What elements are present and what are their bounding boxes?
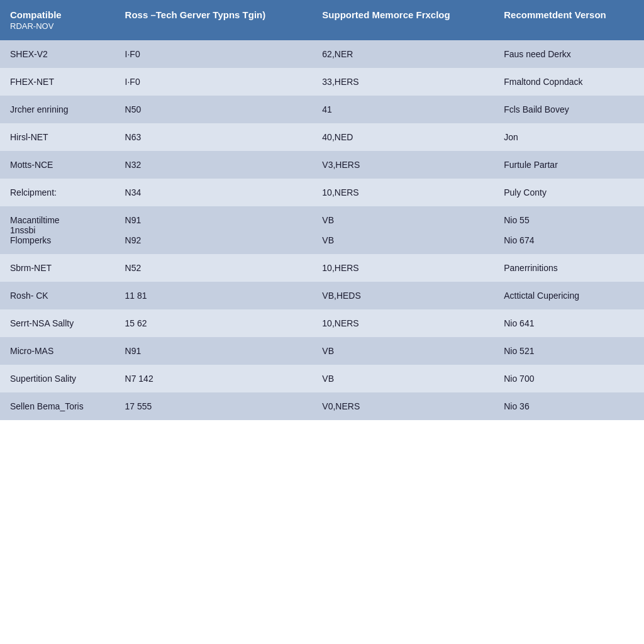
main-table-container: Compatible RDAR-NOV Ross –Tech Gerver Ty… (0, 0, 644, 420)
cell-compatible: Serrt-NSA Sallty (0, 309, 115, 337)
cell-compatible: Supertition Sality (0, 365, 115, 392)
cell-memory: VBVB (312, 206, 494, 254)
cell-memory: V3,HERS (312, 151, 494, 179)
cell-compatible: Hirsl-NET (0, 123, 115, 151)
table-row: SHEX-V2I·F062,NERFaus need Derkx (0, 40, 644, 68)
cell-server: N34 (115, 179, 313, 206)
cell-compatible: Jrcher enrining (0, 96, 115, 123)
table-row: Hirsl-NETN6340,NEDJon (0, 123, 644, 151)
table-row: Motts-NCEN32V3,HERSFurtule Partar (0, 151, 644, 179)
table-row: Macantiltime1nssbiFlomperksN91N92VBVBNio… (0, 206, 644, 254)
cell-recommended: Nio 700 (494, 365, 644, 392)
cell-server: N91 (115, 337, 313, 365)
table-body: SHEX-V2I·F062,NERFaus need DerkxFHEX-NET… (0, 40, 644, 420)
table-row: Sbrm-NETN5210,HERSPanerrinitions (0, 254, 644, 282)
cell-recommended: Panerrinitions (494, 254, 644, 282)
cell-compatible: Micro-MAS (0, 337, 115, 365)
cell-server: N32 (115, 151, 313, 179)
table-row: Relcipment:N3410,NERSPuly Conty (0, 179, 644, 206)
cell-compatible: Macantiltime1nssbiFlomperks (0, 206, 115, 254)
table-row: Sellen Bema_Toris17 555V0,NERSNio 36 (0, 392, 644, 420)
cell-server: N91N92 (115, 206, 313, 254)
cell-compatible: FHEX-NET (0, 68, 115, 96)
col-header-memory-label: Supported Memorce Frxclog (322, 9, 450, 20)
cell-recommended: Acttictal Cupericing (494, 282, 644, 309)
cell-memory: 33,HERS (312, 68, 494, 96)
cell-memory: V0,NERS (312, 392, 494, 420)
cell-memory: 62,NER (312, 40, 494, 68)
col-header-recommended: Recommetdent Verson (494, 0, 644, 40)
cell-memory: VB,HEDS (312, 282, 494, 309)
cell-server: N50 (115, 96, 313, 123)
cell-compatible: Motts-NCE (0, 151, 115, 179)
table-row: Supertition SalityN7 142VBNio 700 (0, 365, 644, 392)
cell-server: N63 (115, 123, 313, 151)
cell-server: I·F0 (115, 40, 313, 68)
cell-server: 17 555 (115, 392, 313, 420)
table-row: Serrt-NSA Sallty15 6210,NERSNio 641 (0, 309, 644, 337)
cell-memory: 40,NED (312, 123, 494, 151)
table-header-row: Compatible RDAR-NOV Ross –Tech Gerver Ty… (0, 0, 644, 40)
cell-memory: VB (312, 365, 494, 392)
col-header-compatible-sub: RDAR-NOV (10, 21, 105, 32)
cell-recommended: Jon (494, 123, 644, 151)
col-header-server: Ross –Tech Gerver Typns Tgin) (115, 0, 313, 40)
cell-server: N52 (115, 254, 313, 282)
cell-recommended: Nio 55Nio 674 (494, 206, 644, 254)
cell-recommended: Nio 36 (494, 392, 644, 420)
cell-server: I·F0 (115, 68, 313, 96)
table-row: FHEX-NETI·F033,HERSFmaltond Copndack (0, 68, 644, 96)
compatibility-table: Compatible RDAR-NOV Ross –Tech Gerver Ty… (0, 0, 644, 420)
cell-memory: 10,HERS (312, 254, 494, 282)
cell-memory: VB (312, 337, 494, 365)
col-header-memory: Supported Memorce Frxclog (312, 0, 494, 40)
cell-memory: 41 (312, 96, 494, 123)
cell-recommended: Nio 521 (494, 337, 644, 365)
cell-compatible: Relcipment: (0, 179, 115, 206)
cell-compatible: Sbrm-NET (0, 254, 115, 282)
col-header-compatible: Compatible RDAR-NOV (0, 0, 115, 40)
cell-server: 11 81 (115, 282, 313, 309)
cell-recommended: Nio 641 (494, 309, 644, 337)
col-header-compatible-label: Compatible (10, 9, 62, 20)
cell-server: N7 142 (115, 365, 313, 392)
col-header-server-label: Ross –Tech Gerver Typns Tgin) (125, 9, 266, 20)
table-row: Rosh- CK11 81VB,HEDSActtictal Cupericing (0, 282, 644, 309)
table-row: Jrcher enriningN5041Fcls Baild Bovey (0, 96, 644, 123)
table-row: Micro-MASN91VBNio 521 (0, 337, 644, 365)
cell-memory: 10,NERS (312, 179, 494, 206)
cell-recommended: Puly Conty (494, 179, 644, 206)
col-header-recommended-label: Recommetdent Verson (504, 9, 606, 20)
cell-compatible: Sellen Bema_Toris (0, 392, 115, 420)
cell-server: 15 62 (115, 309, 313, 337)
cell-compatible: Rosh- CK (0, 282, 115, 309)
cell-recommended: Faus need Derkx (494, 40, 644, 68)
cell-recommended: Fmaltond Copndack (494, 68, 644, 96)
cell-recommended: Furtule Partar (494, 151, 644, 179)
cell-compatible: SHEX-V2 (0, 40, 115, 68)
cell-memory: 10,NERS (312, 309, 494, 337)
cell-recommended: Fcls Baild Bovey (494, 96, 644, 123)
